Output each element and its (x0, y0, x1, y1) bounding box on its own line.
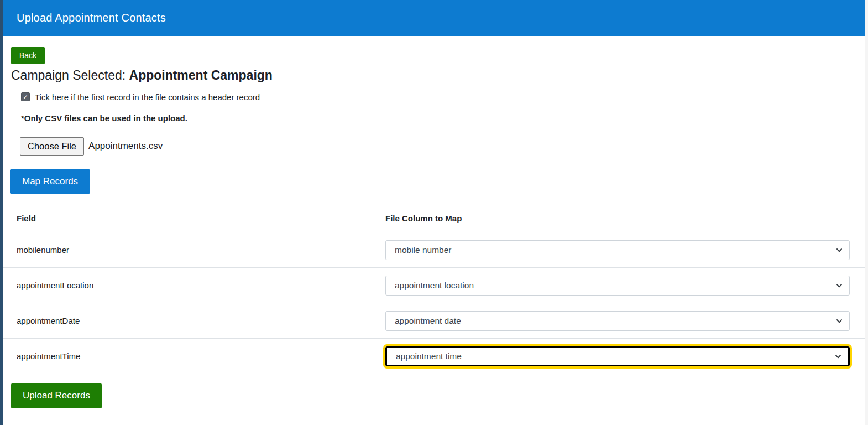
file-column-select[interactable]: appointment date (385, 311, 850, 331)
title-bar: Upload Appointment Contacts (3, 0, 865, 36)
campaign-heading: Campaign Selected: Appointment Campaign (11, 68, 865, 83)
select-value: appointment location (395, 281, 474, 291)
upload-records-button[interactable]: Upload Records (11, 383, 102, 408)
table-row: appointmentDate appointment date (3, 303, 865, 339)
choose-file-button[interactable]: Choose File (20, 137, 84, 156)
table-row: appointmentLocation appointment location (3, 268, 865, 303)
left-edge-strip (0, 0, 3, 425)
chevron-down-icon (834, 353, 842, 360)
chevron-down-icon (835, 282, 843, 289)
file-input[interactable]: Choose File Appointments.csv (20, 137, 865, 156)
file-column-select[interactable]: appointment location (385, 276, 850, 296)
file-column-select[interactable]: mobile number (385, 240, 850, 260)
page-content: Back Campaign Selected: Appointment Camp… (3, 36, 865, 425)
header-record-checkbox[interactable]: ✓ (21, 92, 30, 101)
mapping-table: Field File Column to Map mobilenumber mo… (3, 204, 865, 374)
field-label: appointmentDate (3, 316, 385, 325)
column-header-map: File Column to Map (385, 214, 865, 223)
chevron-down-icon (835, 246, 843, 254)
field-label: mobilenumber (3, 245, 385, 255)
table-header-row: Field File Column to Map (3, 204, 865, 232)
campaign-heading-prefix: Campaign Selected: (11, 68, 129, 82)
select-value: mobile number (395, 245, 452, 255)
csv-only-note: *Only CSV files can be used in the uploa… (21, 113, 865, 123)
checkmark-icon: ✓ (23, 94, 28, 100)
table-row: mobilenumber mobile number (3, 232, 865, 268)
map-records-button[interactable]: Map Records (10, 169, 90, 194)
header-record-option: ✓ Tick here if the first record in the f… (21, 92, 865, 102)
select-value: appointment time (396, 351, 462, 361)
select-value: appointment date (395, 316, 461, 326)
selected-file-name: Appointments.csv (88, 141, 163, 152)
field-label: appointmentTime (3, 351, 385, 361)
campaign-name: Appointment Campaign (129, 68, 273, 82)
field-label: appointmentLocation (3, 281, 385, 290)
right-edge-strip (865, 0, 868, 425)
table-row: appointmentTime appointment time (3, 339, 865, 374)
chevron-down-icon (835, 317, 843, 325)
page-title: Upload Appointment Contacts (17, 12, 166, 24)
upload-appointment-contacts-page: Upload Appointment Contacts Back Campaig… (0, 0, 868, 425)
back-button[interactable]: Back (11, 47, 45, 64)
column-header-field: Field (3, 214, 385, 223)
header-record-label: Tick here if the first record in the fil… (35, 92, 260, 102)
file-column-select-highlighted[interactable]: appointment time (385, 346, 850, 366)
